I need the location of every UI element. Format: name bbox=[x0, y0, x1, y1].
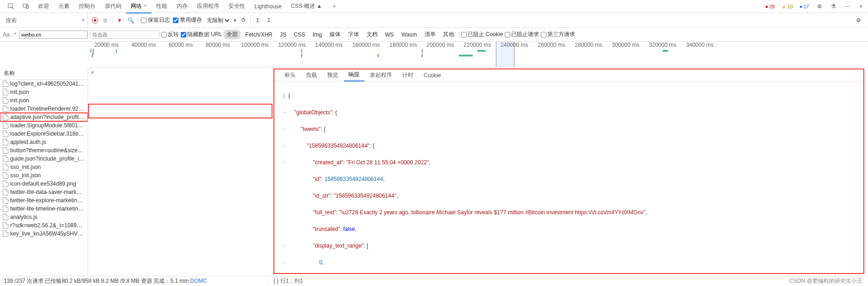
device-icon[interactable] bbox=[21, 2, 31, 11]
disable-cache-checkbox[interactable]: 禁用缓存 bbox=[173, 16, 202, 24]
info-badge[interactable]: 17 bbox=[798, 4, 811, 9]
tab-preview[interactable]: 预览 bbox=[323, 69, 343, 81]
request-row[interactable]: loader.ExploreSidebar.318b4df9.js bbox=[0, 130, 88, 138]
clear-search-icon[interactable]: × bbox=[78, 16, 88, 25]
file-icon bbox=[3, 89, 8, 95]
request-row[interactable]: twitter-lite-timeline-marketing.befcdb49… bbox=[0, 205, 88, 213]
tab-console[interactable]: 控制台 bbox=[74, 0, 100, 13]
tab-sources[interactable]: 源代码 bbox=[100, 0, 126, 13]
match-case-icon[interactable]: Aa bbox=[3, 31, 10, 38]
filter-pill-doc[interactable]: 文档 bbox=[364, 30, 380, 39]
filter-pill-all[interactable]: 全部 bbox=[224, 30, 241, 39]
network-settings-icon[interactable]: ⚙ bbox=[854, 16, 862, 25]
network-filter-input[interactable] bbox=[90, 31, 159, 39]
search-icon[interactable]: 🔍 bbox=[127, 16, 135, 25]
filter-pill-font[interactable]: 字体 bbox=[345, 30, 362, 39]
file-icon bbox=[3, 114, 8, 120]
request-row[interactable]: analytics.js bbox=[0, 213, 88, 221]
request-row[interactable]: init.json bbox=[0, 96, 88, 105]
filter-pill-other[interactable]: 其他 bbox=[440, 30, 457, 39]
blocked-cookies-checkbox[interactable]: 已阻止 Cookie bbox=[461, 31, 503, 38]
request-row[interactable]: twitter-lite-explore-marketing.fd45b029.… bbox=[0, 196, 88, 205]
experiments-icon[interactable]: ⚗ bbox=[828, 1, 838, 12]
inspect-icon[interactable] bbox=[6, 2, 16, 11]
filter-pill-ws[interactable]: WS bbox=[382, 31, 397, 39]
column-header-name[interactable]: 名称 bbox=[0, 68, 88, 80]
request-name: key_live_knJA56W45ySHVJiP0wn8figpqFePX59… bbox=[10, 230, 85, 237]
file-icon bbox=[3, 139, 8, 145]
request-row[interactable]: appleid.auth.js bbox=[0, 138, 88, 146]
request-row[interactable]: sso_init.json bbox=[0, 163, 88, 171]
download-icon[interactable]: ↧ bbox=[265, 16, 273, 25]
filter-pill-wasm[interactable]: Wasm bbox=[399, 31, 420, 39]
tab-security[interactable]: 安全性 bbox=[224, 0, 250, 13]
network-timeline[interactable]: 20000 ms40000 ms60000 ms80000 ms100000 m… bbox=[88, 42, 868, 68]
request-row[interactable]: r?sdk=web2.56.2&_t=1089081930057249410&b… bbox=[0, 221, 88, 230]
request-name: icon-default.ee534d89.png bbox=[10, 180, 76, 187]
request-name: loader.TimelineRenderer.92def109.js bbox=[10, 106, 85, 112]
tab-response[interactable]: 响应 bbox=[344, 69, 364, 81]
request-row[interactable]: twitter-lite-data-saver-marketing.680598… bbox=[0, 188, 88, 196]
tab-timing[interactable]: 计时 bbox=[398, 69, 418, 81]
filter-pill-css[interactable]: CSS bbox=[291, 31, 308, 39]
request-row[interactable]: sso_init.json bbox=[0, 171, 88, 180]
tab-memory[interactable]: 内存 bbox=[172, 0, 192, 13]
filter-icon[interactable]: ▼ bbox=[115, 16, 124, 25]
tab-welcome[interactable]: 欢迎 bbox=[33, 0, 54, 13]
search-input[interactable] bbox=[19, 31, 88, 39]
search-pane-header: × bbox=[0, 13, 88, 28]
gear-icon[interactable]: ⚙ bbox=[814, 1, 824, 12]
filter-pill-manifest[interactable]: 清单 bbox=[422, 30, 438, 39]
hide-data-urls-checkbox[interactable]: 隐藏数据 URL bbox=[181, 31, 222, 38]
regex-icon[interactable]: .* bbox=[13, 31, 16, 38]
preserve-log-checkbox[interactable]: 保留日志 bbox=[141, 16, 170, 24]
request-row[interactable]: adaptive.json?include_profile_interstiti… bbox=[0, 113, 88, 121]
warnings-badge[interactable]: 10 bbox=[779, 4, 795, 9]
status-summary: 139 /237 次请求 已传输80.2 kB/958 kB 8.2 MB /9… bbox=[0, 277, 269, 285]
tab-network[interactable]: 网络× bbox=[126, 0, 152, 13]
errors-badge[interactable]: 29 bbox=[763, 4, 777, 9]
close-icon[interactable]: × bbox=[144, 3, 147, 9]
tab-cookies[interactable]: Cookie bbox=[419, 70, 445, 81]
request-row[interactable]: icon-default.ee534d89.png bbox=[0, 180, 88, 188]
response-footer: { } 行1，列1 bbox=[269, 277, 303, 285]
tab-application[interactable]: 应用程序 bbox=[192, 0, 224, 13]
tab-elements[interactable]: 元素 bbox=[54, 0, 74, 13]
filter-pill-fetch[interactable]: Fetch/XHR bbox=[242, 31, 275, 39]
request-row[interactable]: loader.SignupModule.5f801bd9.js bbox=[0, 121, 88, 130]
invert-checkbox[interactable]: 反转 bbox=[161, 31, 179, 38]
search-drawer-input[interactable] bbox=[4, 15, 78, 25]
tab-css-overview[interactable]: CSS 概述 ▲ bbox=[286, 0, 327, 13]
file-icon bbox=[3, 180, 8, 187]
status-bar: 139 /237 次请求 已传输80.2 kB/958 kB 8.2 MB /9… bbox=[0, 276, 868, 286]
upload-icon[interactable]: ↥ bbox=[253, 16, 262, 25]
blocked-requests-checkbox[interactable]: 已阻止请求 bbox=[505, 31, 539, 38]
more-icon[interactable]: ⋯ bbox=[842, 1, 852, 12]
record-icon[interactable] bbox=[92, 17, 98, 24]
tab-payload[interactable]: 负载 bbox=[301, 69, 322, 81]
filter-pill-media[interactable]: 媒体 bbox=[327, 30, 343, 39]
request-name: adaptive.json?include_profile_interstiti… bbox=[10, 114, 85, 120]
filter-pill-js[interactable]: JS bbox=[277, 31, 289, 39]
filter-pill-img[interactable]: Img bbox=[310, 31, 325, 39]
throttle-select[interactable]: 无限制 bbox=[205, 17, 231, 24]
response-body[interactable]: 1{ - "globalObjects": { - "tweets": { - … bbox=[274, 81, 863, 273]
tab-initiator[interactable]: 发起程序 bbox=[365, 69, 397, 81]
clear-icon[interactable]: ⊘ bbox=[101, 16, 109, 25]
request-row[interactable]: guide.json?include_profile_interstitial_… bbox=[0, 155, 88, 163]
request-row[interactable]: loader.TimelineRenderer.92def109.js bbox=[0, 105, 88, 113]
add-tab-icon[interactable]: ＋ bbox=[329, 2, 339, 11]
close-details-icon[interactable]: × bbox=[91, 69, 94, 76]
request-row[interactable]: button?theme=outline&size=large&shape=ci… bbox=[0, 146, 88, 155]
request-row[interactable]: key_live_knJA56W45ySHVJiP0wn8figpqFePX59… bbox=[0, 230, 88, 238]
tab-headers[interactable]: 标头 bbox=[280, 69, 300, 81]
third-party-checkbox[interactable]: 第三方请求 bbox=[541, 31, 575, 38]
tab-lighthouse[interactable]: Lighthouse bbox=[250, 0, 286, 12]
close-devtools-icon[interactable]: × bbox=[856, 1, 866, 12]
request-row[interactable]: log?client_id=49625052041-kgt0hghf445lmc… bbox=[0, 80, 88, 88]
response-panel: 标头 负载 预览 响应 发起程序 计时 Cookie 1{ - "globalO… bbox=[273, 68, 864, 274]
request-name: sso_init.json bbox=[10, 172, 41, 179]
request-row[interactable]: init.json bbox=[0, 88, 88, 96]
tab-performance[interactable]: 性能 bbox=[152, 0, 172, 13]
wifi-icon[interactable]: ⥀ bbox=[239, 16, 247, 25]
